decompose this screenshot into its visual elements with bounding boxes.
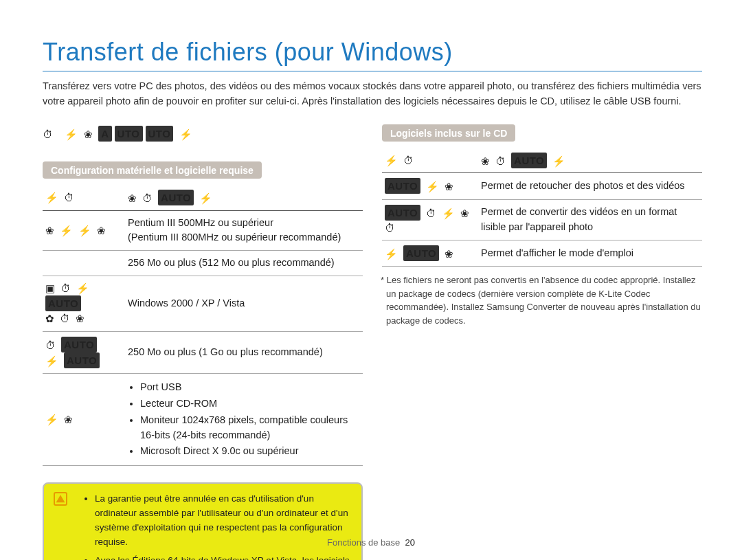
list-item: Microsoft Direct X 9.0c ou supérieur <box>140 444 360 459</box>
table-row: ⏱ AUTO ⚡ AUTO 250 Mo ou plus (1 Go ou pl… <box>43 331 363 374</box>
auto-badge-icon: A <box>98 126 111 142</box>
timer-icon: ⏱ <box>495 155 506 167</box>
flash-icon: ⚡ <box>385 155 398 166</box>
macro-icon: ❀ <box>64 414 73 425</box>
software-desc: Permet de convertir des vidéos en un for… <box>478 199 702 240</box>
timer-icon: ⏱ <box>64 192 74 203</box>
auto-badge-icon: UTO <box>146 126 174 142</box>
auto-badge-icon: AUTO <box>511 153 547 168</box>
list-item: Port USB <box>140 380 360 395</box>
flash-icon: ⚡ <box>552 155 565 167</box>
auto-badge-icon: UTO <box>115 126 143 142</box>
codec-note: * Les fichiers ne seront pas convertis e… <box>382 273 702 327</box>
warning-icon <box>54 492 67 506</box>
auto-badge-icon: AUTO <box>64 352 100 368</box>
flash-icon: ⚡ <box>199 192 212 204</box>
macro-icon: ❀ <box>481 155 490 167</box>
disk-req: 250 Mo ou plus (1 Go ou plus recommandé) <box>125 331 363 374</box>
list-item: Lecteur CD-ROM <box>140 396 360 412</box>
timer-icon: ⏱ <box>45 339 56 351</box>
cpu-rec: (Pentium III 800MHz ou supérieur recomma… <box>128 232 341 243</box>
page-footer: Fonctions de base 20 <box>0 537 742 548</box>
flash-icon: ⚡ <box>78 225 91 236</box>
flash-icon: ⚡ <box>45 414 58 425</box>
flash-icon: ⚡ <box>45 192 58 203</box>
flash-icon: ⚡ <box>76 282 89 294</box>
macro-icon: ❀ <box>76 313 85 324</box>
right-column: Logiciels inclus sur le CD ⚡ ⏱ ❀ ⏱ AUTO … <box>382 124 702 560</box>
requirements-table: ⚡ ⏱ ❀ ⏱ AUTO ⚡ ❀ ⚡ ⚡ ❀ <box>43 186 363 466</box>
macro-icon: ❀ <box>84 128 93 140</box>
table-row: ⚡ AUTO ❀ Permet d'afficher le mode d'emp… <box>382 240 702 267</box>
flash-icon: ⚡ <box>60 225 73 236</box>
table-row: ❀ ⚡ ⚡ ❀ Pentium III 500MHz ou supérieur … <box>43 210 363 251</box>
os-req: Windows 2000 / XP / Vista <box>125 276 363 331</box>
flash-icon: ⚡ <box>442 208 455 219</box>
timer-icon: ⏱ <box>426 208 436 219</box>
table-header-right: ❀ ⏱ AUTO ⚡ <box>125 186 363 210</box>
macro-icon: ❀ <box>45 225 54 236</box>
timer-icon: ⏱ <box>60 282 71 294</box>
cpu-min: Pentium III 500MHz ou supérieur <box>128 217 273 228</box>
section-label-config: Configuration matérielle et logicielle r… <box>43 161 262 179</box>
timer-icon: ⏱ <box>60 313 70 324</box>
flash-icon: ⚡ <box>45 355 58 367</box>
flash-icon: ⚡ <box>179 128 192 140</box>
auto-badge-icon: AUTO <box>403 245 439 261</box>
table-row: 256 Mo ou plus (512 Mo ou plus recommand… <box>43 251 363 276</box>
table-header-right: ❀ ⏱ AUTO ⚡ <box>478 148 702 173</box>
page-number: 20 <box>405 537 415 548</box>
footer-section: Fonctions de base <box>327 537 400 548</box>
table-row: ▣ ⏱ ⚡ AUTO ✿ ⏱ ❀ Windows 2000 / XP / Vis… <box>43 276 363 331</box>
other-requirements: Port USB Lecteur CD-ROM Moniteur 1024x76… <box>128 380 360 459</box>
page-title: Transfert de fichiers (pour Windows) <box>43 38 702 71</box>
timer-icon: ⏱ <box>403 155 414 166</box>
timer-icon: ⏱ <box>43 128 53 140</box>
gear-icon: ✿ <box>45 313 54 324</box>
table-row: ⚡ ❀ Port USB Lecteur CD-ROM Moniteur 102… <box>43 374 363 466</box>
section-label-software: Logiciels inclus sur le CD <box>382 124 515 142</box>
macro-icon: ❀ <box>445 181 453 192</box>
table-row: AUTO ⚡ ❀ Permet de retoucher des photos … <box>382 173 702 199</box>
play-icon: ▣ <box>45 282 55 294</box>
macro-icon: ❀ <box>445 248 453 260</box>
warning-item: Avec les Éditions 64-bits de Windows XP … <box>95 554 350 560</box>
list-item: Moniteur 1024x768 pixels, compatible cou… <box>140 413 360 443</box>
table-header-left: ⚡ ⏱ <box>382 148 478 173</box>
flash-icon: ⚡ <box>65 128 78 140</box>
auto-badge-icon: AUTO <box>61 337 97 352</box>
left-column: ⏱ ⚡ ❀ AUTOUTO ⚡ Configuration matérielle… <box>43 124 363 560</box>
timer-icon: ⏱ <box>142 192 153 204</box>
warning-box: La garantie peut être annulée en cas d'u… <box>43 482 363 560</box>
table-row: AUTO ⏱ ⚡ ❀ ⏱ Permet de convertir des vid… <box>382 199 702 240</box>
macro-icon: ❀ <box>97 225 106 236</box>
mode-icon-row: ⏱ ⚡ ❀ AUTOUTO ⚡ <box>43 126 363 142</box>
software-table: ⚡ ⏱ ❀ ⏱ AUTO ⚡ AUTO ⚡ ❀ Permet d <box>382 148 702 267</box>
ram-req: 256 Mo ou plus (512 Mo ou plus recommand… <box>125 251 363 276</box>
software-desc: Permet d'afficher le mode d'emploi <box>478 240 702 267</box>
auto-badge-icon: AUTO <box>385 205 420 221</box>
macro-icon: ❀ <box>128 192 137 204</box>
auto-badge-icon: AUTO <box>158 190 194 205</box>
auto-badge-icon: AUTO <box>385 178 420 194</box>
software-desc: Permet de retoucher des photos et des vi… <box>478 173 702 199</box>
macro-icon: ❀ <box>460 208 469 219</box>
flash-icon: ⚡ <box>426 181 439 192</box>
timer-icon: ⏱ <box>385 222 395 234</box>
auto-badge-icon: AUTO <box>45 295 81 311</box>
table-header-left: ⚡ ⏱ <box>43 186 125 210</box>
intro-paragraph: Transférez vers votre PC des photos, des… <box>43 78 702 109</box>
flash-icon: ⚡ <box>385 248 398 260</box>
